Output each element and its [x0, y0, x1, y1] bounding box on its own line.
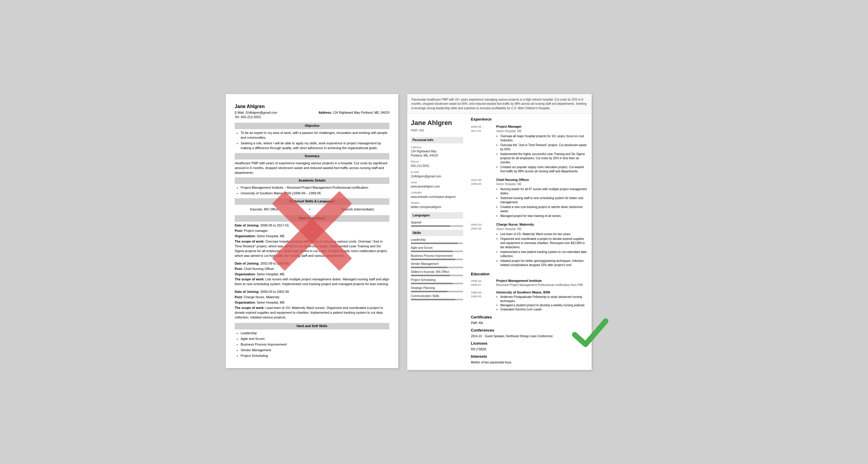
left-header: Jane Ahlgren E-Mail: JUAhlgren@gmail.com… [235, 103, 390, 120]
work1-org-label: Organization: [235, 234, 256, 238]
left-contact: E-Mail: JUAhlgren@gmail.com Address: 134… [235, 110, 390, 115]
skill-scheduling-fill [411, 283, 453, 284]
edu1-title: Project Management Institute [496, 279, 588, 283]
technical-col2: Spanish (intermediate) [341, 207, 374, 212]
exp-entry-3: 2000-03 -2002-09 Charge Nurse, Maternity… [471, 222, 588, 267]
skill-communication: Communication Skills [411, 294, 463, 300]
address-value: 134 Rightward WayPortland, ME, 04019 [411, 149, 463, 158]
work2-post-label: Post: [235, 267, 243, 270]
exp3-title: Charge Nurse, Maternity [496, 222, 588, 227]
skill-keynote-bar [411, 275, 463, 276]
skill-scheduling-label: Project Scheduling [411, 278, 463, 282]
skill-communication-label: Communication Skills [411, 294, 463, 298]
work1-org-value: Seton Hospital, ME [257, 234, 285, 238]
www-label: www [411, 181, 463, 184]
edu2-b2: Managed a student project to develop a w… [500, 303, 588, 308]
exp1-title: Project Manager [496, 124, 588, 129]
right-main-content: Jane Ahlgren PMP, RN Personal Info Addre… [407, 114, 592, 370]
edu-entry-2: 1996-09 -1999-05 University of Southern … [471, 290, 588, 311]
skills-list: Leadership Agile and Scrum Business Proc… [235, 331, 390, 358]
left-email: E-Mail: JUAhlgren@gmail.com [235, 110, 277, 115]
interests-value: Mother of two passionate boys. [471, 360, 588, 365]
resume-left: Jane Ahlgren E-Mail: JUAhlgren@gmail.com… [226, 94, 398, 368]
skill-communication-bar [411, 299, 463, 300]
skill-vendor-bar [411, 267, 463, 268]
skills-header: Hard and Soft Skills [235, 323, 390, 329]
skill-strategic-fill [411, 291, 447, 292]
work2-date-value: 2002-09 to 2006-05 [260, 262, 289, 265]
exp1-content: Project Manager Seton Hospital, ME Overs… [496, 124, 588, 174]
exp3-org: Seton Hospital, ME [496, 227, 588, 231]
resume-right: Passionate healthcare PMP with 10+ years… [407, 94, 592, 370]
work2-date-label: Date of Joining: [235, 262, 259, 265]
skill-vendor-label: Vendor Management [411, 262, 463, 266]
spanish-bar-fill [411, 225, 450, 227]
summary-text: Healthcare PMP with years of experience … [235, 161, 390, 175]
left-address: Address: 134 Rightward Way Portland, ME,… [318, 110, 390, 115]
skill-leadership-label: Leadership [411, 238, 463, 242]
exp3-b4: Initiated project for better gloving/gow… [500, 259, 588, 267]
conferences-header: Conferences [471, 328, 588, 333]
exp1-b1: Oversaw all major hospital projects for … [500, 134, 588, 143]
exp3-dates: 2000-03 -2002-09 [471, 222, 493, 267]
right-title: PMP, RN [411, 128, 463, 133]
skill-agile-bar [411, 251, 463, 252]
conferences-date: 2014-10 [471, 334, 482, 339]
skill-bpi-label: Business Process Improvement [411, 254, 463, 258]
skill-4: Vendor Management [241, 348, 390, 353]
twitter-value: twitter.com/janeahlgren [411, 205, 463, 209]
interests-header: Interests [471, 354, 588, 359]
work-entry-3: Date of Joining: 2000-03 to 2002-09 Post… [235, 290, 390, 320]
skill-communication-fill [411, 299, 456, 300]
exp2-content: Chief Nursing Officer Seton Hospital, ME… [496, 178, 588, 219]
phone-label: Phone [411, 160, 463, 164]
right-summary-text: Passionate healthcare PMP with 10+ years… [411, 98, 587, 110]
exp3-b2: Organized and coordinated a project to d… [500, 237, 588, 250]
skill-strategic-label: Strategic Planning [411, 286, 463, 290]
edu2-b1: Andersen Postgraduate Fellowship to stud… [500, 295, 588, 303]
certificates-value: PMP, RN [471, 321, 588, 325]
edu2-bullets: Andersen Postgraduate Fellowship to stud… [496, 295, 588, 312]
exp2-b2: Switched nursing staff to new scheduling… [500, 196, 588, 204]
exp2-b4: Managed project for lean training of all… [500, 214, 588, 218]
left-tel: Tel: 555-212-5551 [235, 115, 390, 120]
technical-col1: Keynote, MS Office [250, 207, 278, 212]
email-value: JUAhlgren@gmail.com [411, 174, 463, 179]
exp1-b3: Implemented the highly successful Lean T… [500, 152, 588, 165]
education-header: Education [471, 271, 588, 277]
exp2-bullets: Nursing leader for all 87 nurses with mu… [496, 187, 588, 218]
exp-entry-2: 2002-09 -2006-05 Chief Nursing Officer S… [471, 178, 588, 219]
skill-scheduling: Project Scheduling [411, 278, 463, 284]
exp3-b1: Led team of 15+ Maternity Ward nurses fo… [500, 232, 588, 236]
left-address-label: Address: [318, 111, 332, 114]
skills-section-header: Skills [411, 230, 463, 236]
right-name: Jane Ahlgren [411, 118, 463, 128]
academic-item-2: University of Southern Maine, BSN (1996-… [241, 191, 390, 196]
exp2-org: Seton Hospital, ME [496, 182, 588, 186]
exp-entry-1: 2006-05 -2017-01 Project Manager Seton H… [471, 124, 588, 174]
skill-5: Project Scheduling [241, 354, 390, 358]
conferences-entry: 2014-10 Guest Speaker, Northeast Shingo … [471, 334, 588, 339]
work-entry-1: Date of Joining: 2006-05 to 2017-01 Post… [235, 223, 390, 258]
spanish-bar [411, 225, 463, 227]
phone-value: 555-212-5551 [411, 164, 463, 168]
work3-post-label: Post: [235, 295, 243, 299]
skill-3: Business Process Improvement [241, 342, 390, 347]
left-address-value: 134 Rightward Way Portland, ME, 04019 [333, 111, 390, 114]
skill-vendor-fill [411, 267, 447, 268]
work3-org-value: Seton Hospital, ME [257, 300, 285, 304]
objective-item-2: Seeking a role, where I will be able to … [241, 141, 390, 151]
right-left-col: Jane Ahlgren PMP, RN Personal Info Addre… [407, 114, 467, 370]
work1-scope-label: The scope of work: [235, 240, 265, 243]
skill-bpi-fill [411, 259, 456, 260]
technical-skills: Keynote, MS Office • Spanish (intermedia… [235, 206, 390, 213]
exp1-b4: Created our popular supply room relocati… [500, 165, 588, 174]
edu2-dates: 1996-09 -1999-05 [471, 290, 493, 311]
skill-agile: Agile and Scrum [411, 246, 463, 252]
edu-entry-1: 2008-10 -2008-07 Project Management Inst… [471, 279, 588, 287]
work-header: Work Experience [235, 215, 390, 222]
work3-org-label: Organization: [235, 300, 256, 304]
exp1-dates: 2006-05 -2017-01 [471, 124, 493, 174]
page-container: Jane Ahlgren E-Mail: JUAhlgren@gmail.com… [226, 94, 642, 370]
right-right-col: Experience 2006-05 -2017-01 Project Mana… [467, 114, 592, 370]
